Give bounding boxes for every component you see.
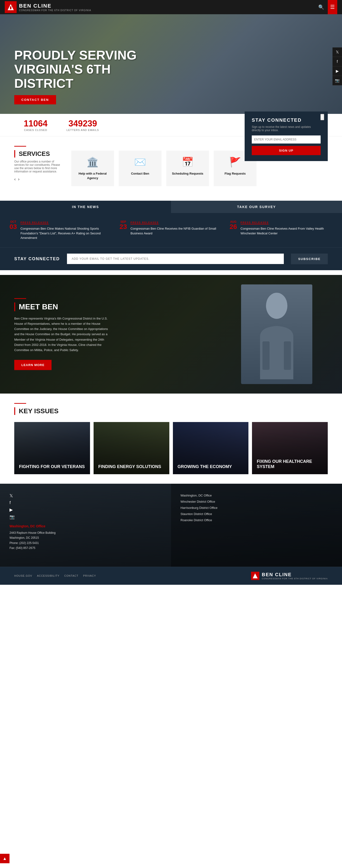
footer-bottom-link-accessibility[interactable]: ACCESSIBILITY	[37, 574, 60, 577]
news-day: 03	[9, 223, 17, 230]
news-headline[interactable]: Congressman Ben Cline Receives Award Fro…	[240, 226, 333, 236]
footer-bottom: HOUSE.GOV ACCESSIBILITY CONTACT PRIVACY …	[0, 567, 342, 585]
issues-grid: Fighting For Our Veterans Finding Energy…	[14, 422, 328, 474]
services-next-button[interactable]: ›	[18, 177, 20, 182]
header: BEN CLINE CONGRESSMAN FOR THE 6TH DISTRI…	[0, 0, 342, 14]
social-sidebar: 𝕏 f ▶ 📷	[333, 48, 342, 85]
service-label: Scheduling Requests	[172, 172, 203, 175]
services-navigation: ‹ ›	[14, 177, 62, 182]
service-label: Contact Ben	[131, 172, 149, 175]
search-icon[interactable]: 🔍	[318, 4, 324, 10]
svg-rect-1	[10, 6, 11, 9]
footer-youtube-icon[interactable]: ▶	[9, 507, 162, 513]
news-survey-tabs: IN THE NEWS TAKE OUR SURVEY	[0, 201, 342, 213]
footer-link-winchester[interactable]: Winchester District Office	[180, 500, 215, 503]
services-title: SERVICES	[14, 150, 62, 157]
cases-stat: 11064 CASES CLOSED	[14, 119, 57, 131]
news-headline[interactable]: Congressman Ben Cline Receives the NFIB …	[131, 226, 222, 236]
service-card-contact-ben[interactable]: ✉️ Contact Ben	[119, 151, 162, 186]
contact-ben-button[interactable]: CONTACT BEN	[14, 95, 56, 104]
issue-card-economy[interactable]: Growing The Economy	[173, 422, 249, 474]
news-content: PRESS RELEASES Congressman Ben Cline Mak…	[21, 220, 112, 240]
logo-subtitle: CONGRESSMAN FOR THE 6TH DISTRICT OF VIRG…	[19, 9, 91, 11]
service-card-scheduling[interactable]: 📅 Scheduling Requests	[166, 151, 209, 186]
footer-link-staunton[interactable]: Staunton District Office	[180, 512, 212, 516]
news-headline[interactable]: Congressman Ben Cline Makes National Sho…	[21, 226, 112, 240]
cases-number: 11064	[24, 119, 48, 129]
learn-more-button[interactable]: LEARN MORE	[14, 360, 52, 370]
popup-email-input[interactable]	[252, 135, 321, 144]
twitter-icon[interactable]: 𝕏	[333, 48, 342, 57]
news-item-2: SEP 23 PRESS RELEASES Congressman Ben Cl…	[119, 220, 222, 240]
popup-close-button[interactable]: ×	[320, 114, 324, 120]
news-day: 26	[230, 223, 237, 230]
news-date-badge: SEP 23 PRESS RELEASES Congressman Ben Cl…	[119, 220, 222, 236]
news-grid: OCT 03 PRESS RELEASES Congressman Ben Cl…	[0, 213, 342, 247]
service-card-federal-agency[interactable]: 🏛️ Help with a Federal Agency	[71, 151, 114, 186]
footer-bg-area: 𝕏 f ▶ 📷 Washington, DC Office 2443 Raybu…	[0, 484, 342, 567]
footer-offices: Washington, DC Office Winchester Distric…	[171, 484, 342, 567]
meet-ben-bio: Ben Cline represents Virginia's 6th Cong…	[14, 316, 109, 353]
footer-bottom-link-privacy[interactable]: PRIVACY	[83, 574, 96, 577]
footer-link-dc[interactable]: Washington, DC Office	[180, 494, 212, 497]
issue-card-healthcare[interactable]: Fixing Our Healthcare System	[252, 422, 328, 474]
facebook-icon[interactable]: f	[333, 57, 342, 66]
popup-description: Sign up to receive the latest news and u…	[252, 125, 321, 132]
youtube-icon[interactable]: ▶	[333, 66, 342, 76]
footer-dc-office-title: Washington, DC Office	[9, 524, 162, 528]
news-date: OCT 03	[9, 220, 17, 230]
instagram-icon[interactable]: 📷	[333, 76, 342, 85]
letters-number: 349239	[66, 119, 99, 129]
news-category: PRESS RELEASES	[131, 221, 159, 224]
services-divider	[14, 146, 26, 147]
issue-card-energy[interactable]: Finding Energy Solutions	[93, 422, 169, 474]
news-item-1: OCT 03 PRESS RELEASES Congressman Ben Cl…	[9, 220, 112, 240]
hero-title: PROUDLY SERVING VIRGINIA'S 6TH DISTRICT	[14, 48, 157, 90]
footer-link-roanoke[interactable]: Roanoke District Office	[180, 518, 212, 522]
footer-office-links: Washington, DC Office Winchester Distric…	[180, 493, 333, 522]
footer-logo-sub: CONGRESSMAN FOR THE 6TH DISTRICT OF VIRG…	[262, 578, 328, 580]
federal-agency-icon: 🏛️	[76, 157, 109, 168]
subscribe-button[interactable]: SUBSCRIBE	[291, 254, 328, 264]
issue-card-veterans[interactable]: Fighting For Our Veterans	[14, 422, 90, 474]
svg-marker-5	[253, 574, 258, 578]
stay-connected-popup: × STAY CONNECTED Sign up to receive the …	[245, 112, 328, 161]
tab-take-survey[interactable]: TAKE OUR SURVEY	[171, 201, 342, 213]
footer-bottom-link-housegov[interactable]: HOUSE.GOV	[14, 574, 32, 577]
letters-label: LETTERS AND EMAILS	[66, 129, 99, 131]
services-description: Our office provides a number of services…	[14, 160, 62, 173]
ben-photo-area	[235, 275, 318, 394]
meet-ben-content: MEET BEN Ben Cline represents Virginia's…	[14, 298, 109, 370]
header-logo[interactable]: BEN CLINE CONGRESSMAN FOR THE 6TH DISTRI…	[5, 1, 91, 13]
tab-in-the-news[interactable]: IN THE NEWS	[0, 201, 171, 213]
popup-signup-button[interactable]: SIGN UP	[252, 146, 321, 155]
menu-icon[interactable]: ☰	[328, 0, 337, 14]
meet-ben-section: MEET BEN Ben Cline represents Virginia's…	[0, 275, 342, 394]
footer-instagram-icon[interactable]: 📷	[9, 514, 162, 520]
meet-ben-divider	[14, 298, 26, 299]
footer-twitter-icon[interactable]: 𝕏	[9, 493, 162, 498]
news-category: PRESS RELEASES	[240, 221, 269, 224]
stay-connected-label: STAY CONNECTED	[14, 256, 60, 261]
news-date-badge: OCT 03 PRESS RELEASES Congressman Ben Cl…	[9, 220, 112, 240]
letters-stat: 349239 LETTERS AND EMAILS	[57, 119, 109, 131]
news-content: PRESS RELEASES Congressman Ben Cline Rec…	[131, 220, 222, 236]
service-label: Flag Requests	[225, 172, 246, 175]
services-prev-button[interactable]: ‹	[14, 177, 16, 182]
service-label: Help with a Federal Agency	[79, 172, 107, 180]
meet-ben-title: MEET BEN	[14, 303, 109, 311]
cases-label: CASES CLOSED	[24, 129, 48, 131]
footer-bottom-link-contact[interactable]: CONTACT	[64, 574, 78, 577]
stats-area: 11064 CASES CLOSED 349239 LETTERS AND EM…	[0, 114, 342, 136]
issue-label: Fighting For Our Veterans	[19, 464, 85, 469]
svg-rect-4	[284, 341, 291, 370]
hero-section: PROUDLY SERVING VIRGINIA'S 6TH DISTRICT …	[0, 14, 342, 114]
scheduling-icon: 📅	[171, 157, 204, 168]
footer-facebook-icon[interactable]: f	[9, 500, 162, 505]
services-header: SERVICES Our office provides a number of…	[14, 146, 62, 182]
issue-label: Growing The Economy	[178, 464, 232, 469]
hero-content: PROUDLY SERVING VIRGINIA'S 6TH DISTRICT …	[14, 48, 328, 104]
news-date: SEP 23	[119, 220, 127, 230]
stay-email-input[interactable]	[67, 254, 284, 264]
footer-link-harrisonburg[interactable]: Harrisonburg District Office	[180, 506, 218, 509]
